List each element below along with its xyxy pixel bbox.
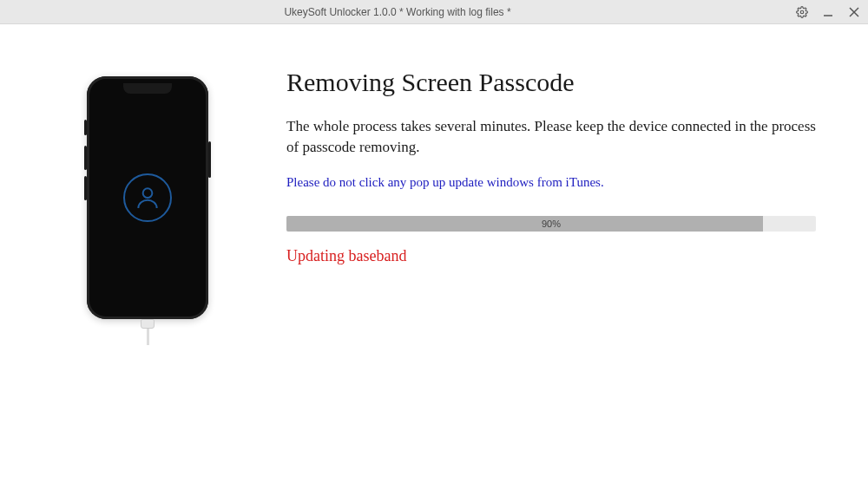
titlebar-controls <box>795 5 861 19</box>
window-title: UkeySoft Unlocker 1.0.0 * Working with l… <box>0 6 795 18</box>
content-area: Removing Screen Passcode The whole proce… <box>0 24 868 496</box>
progress-fill <box>286 216 763 232</box>
progress-label: 90% <box>542 219 561 229</box>
phone-button-decoration <box>84 146 87 170</box>
close-icon <box>849 7 859 17</box>
cable-wire <box>147 329 149 345</box>
page-heading: Removing Screen Passcode <box>286 68 816 97</box>
minimize-button[interactable] <box>821 5 835 19</box>
svg-point-0 <box>800 10 804 14</box>
phone-illustration <box>87 76 208 319</box>
titlebar: UkeySoft Unlocker 1.0.0 * Working with l… <box>0 0 868 24</box>
lock-avatar-circle <box>123 173 172 222</box>
status-text: Updating baseband <box>286 247 816 265</box>
cable-illustration <box>143 319 152 345</box>
svg-point-4 <box>143 188 153 198</box>
warning-text: Please do not click any pop up update wi… <box>286 175 816 190</box>
minimize-icon <box>823 7 833 17</box>
description-text: The whole process takes several minutes.… <box>286 116 816 158</box>
user-icon <box>134 184 161 212</box>
device-panel <box>35 68 260 496</box>
settings-button[interactable] <box>795 5 809 19</box>
close-button[interactable] <box>847 5 861 19</box>
gear-icon <box>796 6 808 18</box>
cable-connector <box>141 319 155 329</box>
phone-button-decoration <box>208 141 211 178</box>
phone-button-decoration <box>84 176 87 200</box>
progress-bar: 90% <box>286 216 816 232</box>
phone-button-decoration <box>84 120 87 135</box>
main-panel: Removing Screen Passcode The whole proce… <box>260 68 833 496</box>
